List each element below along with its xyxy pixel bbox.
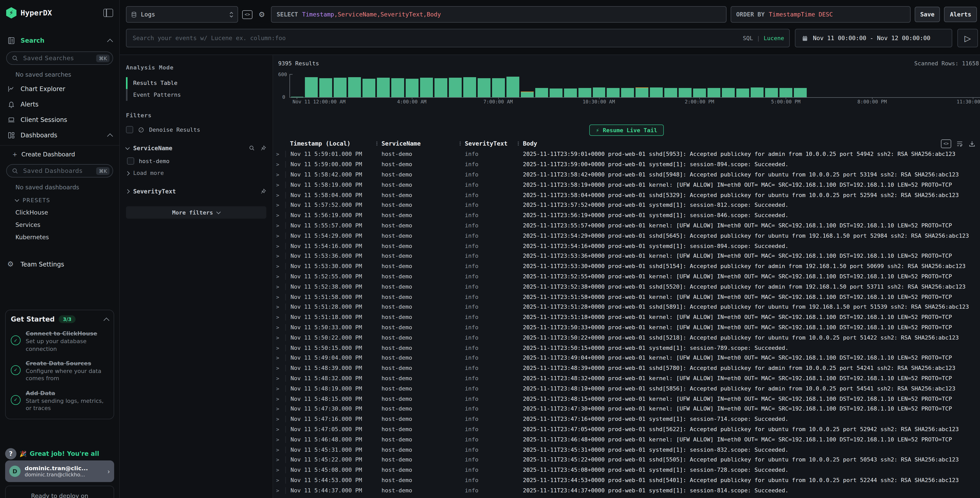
search-icon[interactable] bbox=[249, 145, 255, 151]
load-more-button[interactable]: Load more bbox=[126, 170, 266, 176]
log-row[interactable]: >Nov 11 5:56:19.000 PMhost-demoinfo2025-… bbox=[273, 211, 980, 221]
expand-row-icon[interactable]: > bbox=[276, 355, 285, 361]
log-row[interactable]: >Nov 11 5:53:36.000 PMhost-demoinfo2025-… bbox=[273, 251, 980, 261]
log-row[interactable]: >Nov 11 5:47:16.000 PMhost-demoinfo2025-… bbox=[273, 414, 980, 424]
tab-results-table[interactable]: Results Table bbox=[126, 77, 266, 89]
get-started-item[interactable]: ✓ Create Data Sources Configure where yo… bbox=[11, 360, 108, 383]
histogram-bar[interactable] bbox=[665, 88, 678, 97]
histogram-bar[interactable] bbox=[736, 88, 749, 97]
expand-row-icon[interactable]: > bbox=[276, 152, 285, 157]
histogram-bar[interactable] bbox=[478, 78, 490, 97]
presets-toggle[interactable]: PRESETS bbox=[0, 194, 119, 206]
more-filters-button[interactable]: More filters bbox=[126, 206, 266, 219]
log-row[interactable]: >Nov 11 5:46:48.000 PMhost-demoinfo2025-… bbox=[273, 434, 980, 445]
sidebar-item-alerts[interactable]: Alerts bbox=[0, 97, 119, 112]
column-header-servicename[interactable]: ServiceName bbox=[376, 140, 460, 147]
facet-value-host-demo[interactable]: host-demo bbox=[127, 157, 266, 164]
denoise-checkbox[interactable] bbox=[126, 126, 133, 133]
expand-row-icon[interactable]: > bbox=[276, 161, 285, 167]
histogram-bar[interactable] bbox=[449, 77, 462, 97]
log-row[interactable]: >Nov 11 5:51:58.000 PMhost-demoinfo2025-… bbox=[273, 292, 980, 302]
expand-row-icon[interactable]: > bbox=[276, 223, 285, 228]
log-row[interactable]: >Nov 11 5:50:15.000 PMhost-demoinfo2025-… bbox=[273, 343, 980, 353]
order-by-input[interactable]: ORDER BY TimestampTime DESC bbox=[731, 6, 911, 22]
chevron-up-icon[interactable] bbox=[103, 318, 110, 323]
histogram-bar[interactable] bbox=[420, 78, 433, 97]
histogram-bar[interactable] bbox=[506, 77, 519, 97]
column-header-severitytext[interactable]: SeverityText bbox=[460, 140, 518, 147]
date-range-picker[interactable]: Nov 11 00:00:00 - Nov 12 00:00:00 bbox=[795, 29, 952, 47]
expand-row-icon[interactable]: > bbox=[276, 467, 285, 473]
log-row[interactable]: >Nov 11 5:47:30.000 PMhost-demoinfo2025-… bbox=[273, 404, 980, 414]
histogram-bar[interactable] bbox=[564, 88, 577, 97]
expand-row-icon[interactable]: > bbox=[276, 274, 285, 279]
expand-row-icon[interactable]: > bbox=[276, 172, 285, 177]
code-icon[interactable]: <> bbox=[242, 9, 253, 19]
histogram-bar[interactable] bbox=[794, 88, 807, 97]
log-row[interactable]: >Nov 11 5:48:39.000 PMhost-demoinfo2025-… bbox=[273, 363, 980, 373]
log-row[interactable]: >Nov 11 5:52:55.000 PMhost-demoinfo2025-… bbox=[273, 271, 980, 282]
histogram-bar[interactable] bbox=[434, 78, 447, 97]
event-search-input[interactable] bbox=[126, 35, 789, 42]
log-row[interactable]: >Nov 11 5:49:04.000 PMhost-demoinfo2025-… bbox=[273, 353, 980, 363]
log-row[interactable]: >Nov 11 5:45:31.000 PMhost-demoinfo2025-… bbox=[273, 444, 980, 455]
log-row[interactable]: >Nov 11 5:50:33.000 PMhost-demoinfo2025-… bbox=[273, 322, 980, 333]
facet-group-servicename[interactable]: ServiceName bbox=[126, 145, 266, 152]
expand-row-icon[interactable]: > bbox=[276, 416, 285, 422]
expand-row-icon[interactable]: > bbox=[276, 203, 285, 208]
log-row[interactable]: >Nov 11 5:58:04.000 PMhost-demoinfo2025-… bbox=[273, 190, 980, 200]
tab-event-patterns[interactable]: Event Patterns bbox=[126, 89, 266, 101]
get-started-item[interactable]: ✓ Add Data Start sending logs, metrics, … bbox=[11, 390, 108, 413]
create-dashboard-button[interactable]: + Create Dashboard bbox=[0, 148, 119, 161]
lucene-toggle[interactable]: Lucene bbox=[764, 35, 784, 42]
histogram-bar[interactable] bbox=[621, 88, 634, 97]
expand-row-icon[interactable]: > bbox=[276, 386, 285, 391]
histogram-bar[interactable] bbox=[535, 88, 548, 97]
expand-row-icon[interactable]: > bbox=[276, 447, 285, 452]
log-row[interactable]: >Nov 11 5:59:00.000 PMhost-demoinfo2025-… bbox=[273, 160, 980, 170]
pin-icon[interactable] bbox=[260, 188, 266, 195]
saved-dashboards-input[interactable] bbox=[22, 167, 96, 175]
log-row[interactable]: >Nov 11 5:51:18.000 PMhost-demoinfo2025-… bbox=[273, 312, 980, 322]
expand-row-icon[interactable]: > bbox=[276, 426, 285, 432]
code-block-icon[interactable]: <> bbox=[941, 139, 951, 148]
expand-row-icon[interactable]: > bbox=[276, 284, 285, 290]
denoise-results-option[interactable]: Denoise Results bbox=[126, 126, 266, 133]
get-started-item[interactable]: ✓ Connect to ClickHouse Set up your data… bbox=[11, 330, 108, 353]
log-row[interactable]: >Nov 11 5:53:30.000 PMhost-demoinfo2025-… bbox=[273, 261, 980, 271]
expand-row-icon[interactable]: > bbox=[276, 375, 285, 381]
user-menu[interactable]: D dominic.tran@clic... dominic.tran@clic… bbox=[5, 460, 114, 482]
log-row[interactable]: >Nov 11 5:44:53.000 PMhost-demoinfo2025-… bbox=[273, 475, 980, 485]
event-search-box[interactable]: SQL | Lucene bbox=[126, 29, 790, 47]
expand-row-icon[interactable]: > bbox=[276, 457, 285, 463]
save-button[interactable]: Save bbox=[915, 7, 940, 22]
expand-row-icon[interactable]: > bbox=[276, 437, 285, 442]
expand-row-icon[interactable]: > bbox=[276, 396, 285, 402]
histogram-bar[interactable] bbox=[391, 78, 404, 97]
log-row[interactable]: >Nov 11 5:52:38.000 PMhost-demoinfo2025-… bbox=[273, 282, 980, 292]
log-row[interactable]: >Nov 11 5:57:52.000 PMhost-demoinfo2025-… bbox=[273, 200, 980, 211]
histogram-bar[interactable] bbox=[693, 88, 706, 97]
histogram-bar[interactable] bbox=[650, 88, 663, 97]
sql-toggle[interactable]: SQL bbox=[743, 35, 753, 42]
expand-row-icon[interactable]: > bbox=[276, 365, 285, 371]
sidebar-item-team-settings[interactable]: ⚙ Team Settings bbox=[0, 257, 119, 272]
histogram-bar[interactable] bbox=[348, 77, 361, 97]
histogram-bar[interactable] bbox=[492, 78, 505, 97]
log-row[interactable]: >Nov 11 5:54:16.000 PMhost-demoinfo2025-… bbox=[273, 241, 980, 251]
histogram-bar[interactable] bbox=[305, 77, 318, 97]
gear-icon[interactable]: ⚙ bbox=[256, 9, 267, 19]
histogram-bar[interactable] bbox=[320, 78, 332, 97]
download-icon[interactable] bbox=[968, 140, 976, 147]
help-icon[interactable]: ? bbox=[5, 448, 16, 460]
source-select[interactable]: Logs bbox=[126, 6, 238, 22]
log-row[interactable]: >Nov 11 5:48:32.000 PMhost-demoinfo2025-… bbox=[273, 373, 980, 383]
histogram-bar[interactable] bbox=[607, 88, 620, 97]
expand-row-icon[interactable]: > bbox=[276, 253, 285, 259]
histogram-bar[interactable] bbox=[765, 88, 778, 97]
log-row[interactable]: >Nov 11 5:51:28.000 PMhost-demoinfo2025-… bbox=[273, 302, 980, 312]
histogram-bar[interactable] bbox=[578, 88, 591, 97]
log-row[interactable]: >Nov 11 5:50:22.000 PMhost-demoinfo2025-… bbox=[273, 333, 980, 343]
expand-row-icon[interactable]: > bbox=[276, 304, 285, 310]
preset-clickhouse[interactable]: ClickHouse bbox=[0, 206, 119, 219]
